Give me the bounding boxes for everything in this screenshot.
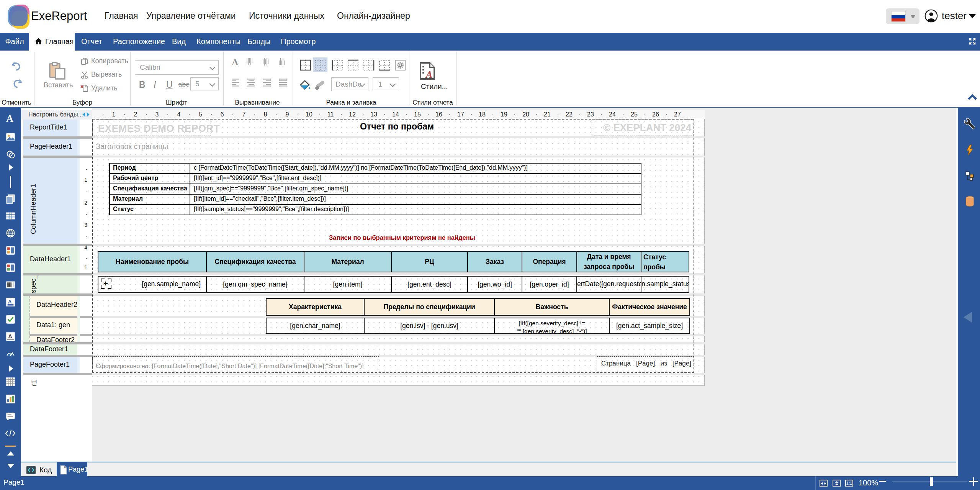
svg-text:A: A xyxy=(8,299,12,305)
svg-text:A: A xyxy=(425,69,432,80)
svg-text:A: A xyxy=(8,333,12,339)
